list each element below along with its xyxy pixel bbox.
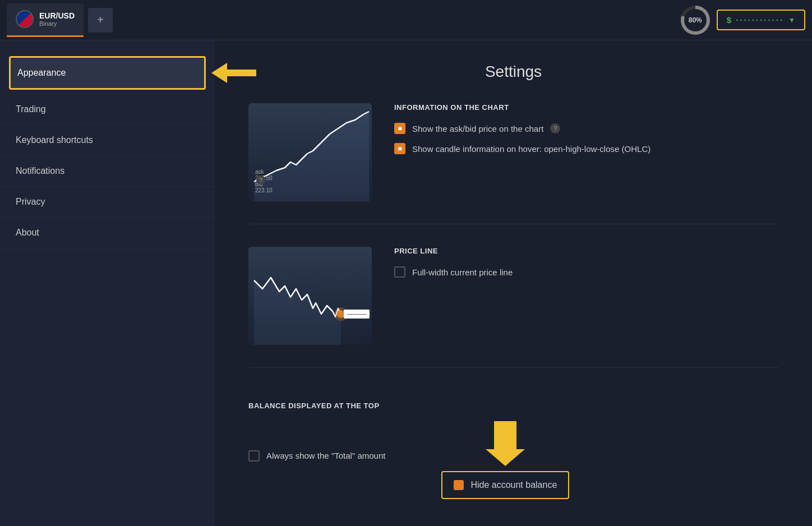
down-arrow-annotation: [486, 421, 525, 468]
hide-balance-container: Hide account balance: [441, 421, 569, 499]
balance-section-label: BALANCE DISPLAYED AT THE TOP: [248, 402, 778, 410]
chart-info-options: INFORMATION ON THE CHART ■ Show the ask/…: [394, 103, 778, 163]
eur-usd-flag-icon: [16, 10, 34, 28]
currency-tab[interactable]: EUR/USD Binary: [7, 3, 84, 37]
sidebar-label-privacy: Privacy: [16, 197, 45, 206]
sidebar-item-privacy[interactable]: Privacy: [0, 187, 215, 218]
add-tab-button[interactable]: +: [88, 8, 113, 33]
hide-balance-label: Hide account balance: [470, 480, 557, 490]
chart-preview-2: ─────: [248, 247, 372, 345]
balance-button[interactable]: $ ············ ▼: [717, 10, 805, 30]
progress-value: 80%: [684, 9, 707, 31]
hide-balance-button[interactable]: Hide account balance: [441, 471, 569, 499]
settings-title: Settings: [248, 63, 778, 81]
ask-bid-help-icon[interactable]: ?: [550, 123, 560, 133]
sidebar-label-keyboard-shortcuts: Keyboard shortcuts: [16, 135, 93, 145]
balance-dropdown-icon: ▼: [788, 16, 795, 24]
sidebar-item-trading[interactable]: Trading: [0, 94, 215, 125]
always-total-label: Always show the "Total" amount: [266, 451, 385, 460]
balance-dots: ············: [736, 15, 784, 25]
balance-symbol: $: [727, 15, 731, 25]
sidebar-item-keyboard-shortcuts[interactable]: Keyboard shortcuts: [0, 125, 215, 156]
down-arrow-svg: [486, 421, 525, 466]
sidebar-label-about: About: [16, 228, 39, 237]
svg-text:─────: ─────: [346, 311, 367, 317]
sidebar-item-appearance[interactable]: Appearance: [9, 56, 206, 90]
bid-value: 223.10: [255, 187, 273, 193]
svg-marker-0: [211, 63, 256, 83]
option-row-ask-bid: ■ Show the ask/bid price on the chart ?: [394, 123, 778, 134]
ask-bid-label: Show the ask/bid price on the chart: [412, 124, 543, 133]
ask-label: ask: [255, 169, 273, 175]
fullwidth-label: Full-width current price line: [412, 267, 513, 277]
svg-marker-9: [486, 421, 525, 466]
chart-info-label: INFORMATION ON THE CHART: [394, 103, 778, 112]
fullwidth-checkbox[interactable]: [394, 266, 405, 278]
hide-balance-checkbox: [454, 480, 464, 490]
sidebar-label-notifications: Notifications: [16, 166, 64, 176]
price-line-section: ───── PRICE LINE Full-width current pric…: [248, 247, 778, 368]
sidebar: Appearance Trading Keyboard shortcuts No…: [0, 40, 215, 526]
sidebar-label-appearance: Appearance: [17, 68, 66, 77]
main-content: Appearance Trading Keyboard shortcuts No…: [0, 40, 812, 526]
option-row-fullwidth: Full-width current price line: [394, 266, 778, 278]
chart-help-icon[interactable]: ?: [256, 176, 265, 184]
ask-bid-checkbox[interactable]: ■: [394, 123, 405, 134]
sidebar-item-notifications[interactable]: Notifications: [0, 156, 215, 187]
appearance-arrow-annotation: [211, 63, 256, 83]
chart-info-section: ask 214.50 bid 223.10 ? INFORMATION ON T…: [248, 103, 778, 224]
candle-info-checkbox[interactable]: ■: [394, 143, 405, 154]
price-line-options: PRICE LINE Full-width current price line: [394, 247, 778, 287]
topbar-right: 80% $ ············ ▼: [681, 6, 805, 35]
trade-type: Binary: [39, 20, 75, 27]
option-row-candle: ■ Show candle information on hover: open…: [394, 143, 778, 154]
currency-pair: EUR/USD: [39, 11, 75, 20]
candle-info-label: Show candle information on hover: open-h…: [412, 144, 650, 154]
topbar: EUR/USD Binary + 80% $ ············ ▼: [0, 0, 812, 40]
option-row-always-total: Always show the "Total" amount: [248, 450, 385, 462]
progress-circle: 80%: [681, 6, 710, 35]
balance-options-row: Always show the "Total" amount Hide acco…: [248, 421, 778, 499]
balance-section: BALANCE DISPLAYED AT THE TOP Always show…: [248, 390, 778, 499]
always-total-checkbox[interactable]: [248, 450, 260, 462]
sidebar-item-about[interactable]: About: [0, 218, 215, 248]
sidebar-label-trading: Trading: [16, 104, 46, 114]
chart-preview-1: ask 214.50 bid 223.10 ?: [248, 103, 372, 201]
settings-area: Settings: [215, 40, 812, 526]
price-line-label: PRICE LINE: [394, 247, 778, 255]
